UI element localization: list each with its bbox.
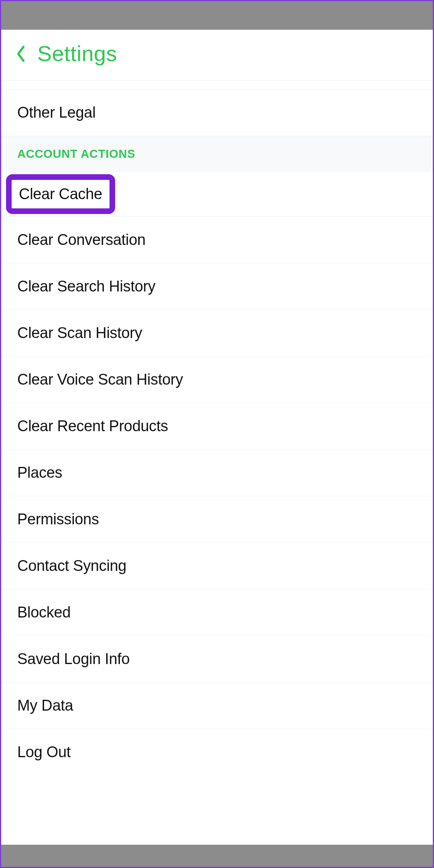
section-header-label: ACCOUNT ACTIONS bbox=[17, 147, 135, 160]
list-item-places[interactable]: Places bbox=[1, 450, 433, 496]
list-item-my-data[interactable]: My Data bbox=[1, 683, 433, 729]
highlight-box: Clear Cache bbox=[6, 174, 115, 214]
section-header-account-actions: ACCOUNT ACTIONS bbox=[1, 136, 433, 172]
header: Settings bbox=[1, 30, 433, 81]
list-item-other-legal[interactable]: Other Legal bbox=[1, 90, 433, 136]
list-item-label: Log Out bbox=[17, 744, 71, 760]
list-item-label: Clear Cache bbox=[19, 185, 102, 202]
list-item-clear-recent-products[interactable]: Clear Recent Products bbox=[1, 403, 433, 450]
list-item-label: Permissions bbox=[17, 511, 99, 528]
list-item-clear-cache[interactable]: Clear Cache bbox=[1, 172, 433, 217]
list-item-label: Contact Syncing bbox=[17, 557, 126, 574]
list-item-label: Other Legal bbox=[17, 104, 95, 121]
list-item-label: Clear Search History bbox=[17, 278, 156, 295]
list-item-clear-voice-scan-history[interactable]: Clear Voice Scan History bbox=[1, 357, 433, 403]
page-title: Settings bbox=[37, 41, 117, 66]
list-item-blocked[interactable]: Blocked bbox=[1, 589, 433, 636]
status-bar-spacer bbox=[1, 1, 433, 30]
list-item-log-out[interactable]: Log Out bbox=[1, 729, 433, 775]
list-item-clear-scan-history[interactable]: Clear Scan History bbox=[1, 310, 433, 357]
list-item-label: Saved Login Info bbox=[17, 650, 130, 667]
list-item-label: Clear Recent Products bbox=[17, 418, 168, 434]
list-item-permissions[interactable]: Permissions bbox=[1, 496, 433, 543]
list-item-contact-syncing[interactable]: Contact Syncing bbox=[1, 543, 433, 589]
list-item-clear-search-history[interactable]: Clear Search History bbox=[1, 263, 433, 310]
spacer-row bbox=[1, 81, 433, 90]
bottom-bar-spacer bbox=[1, 845, 433, 867]
list-item-clear-conversation[interactable]: Clear Conversation bbox=[1, 217, 433, 263]
list-item-label: Clear Scan History bbox=[17, 324, 142, 341]
list-item-label: Clear Voice Scan History bbox=[17, 371, 183, 388]
list-item-saved-login-info[interactable]: Saved Login Info bbox=[1, 636, 433, 683]
list-item-label: Places bbox=[17, 464, 62, 481]
back-icon[interactable] bbox=[16, 45, 26, 64]
list-item-label: My Data bbox=[17, 697, 73, 714]
list-item-label: Clear Conversation bbox=[17, 231, 146, 248]
content-area: Settings Other Legal ACCOUNT ACTIONS Cle… bbox=[1, 30, 433, 845]
list-item-label: Blocked bbox=[17, 604, 71, 621]
